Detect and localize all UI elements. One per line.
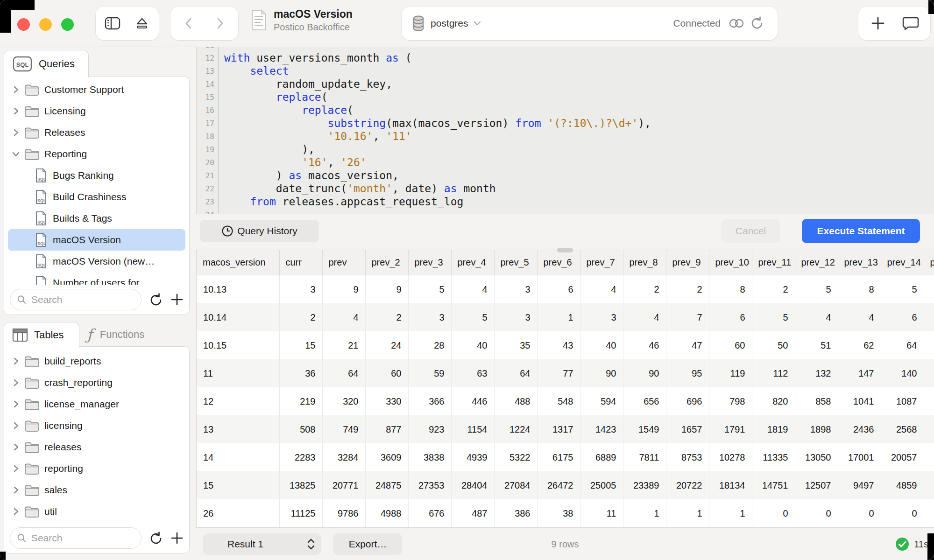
cell[interactable]: 749 <box>322 415 365 443</box>
cell[interactable]: 11 <box>197 359 279 387</box>
cell[interactable]: 2 <box>365 303 408 331</box>
cell[interactable]: 12 <box>197 387 279 415</box>
cell[interactable]: 3284 <box>322 443 365 471</box>
cell[interactable]: 77 <box>537 359 580 387</box>
query-item-licensing[interactable]: Licensing <box>8 100 185 122</box>
cell[interactable]: 446 <box>451 387 494 415</box>
cell[interactable]: 40 <box>451 331 494 359</box>
chevron-down-icon[interactable] <box>12 151 20 157</box>
cell[interactable]: 6 <box>709 303 752 331</box>
chevron-right-icon[interactable] <box>13 507 19 516</box>
cell[interactable]: 4988 <box>365 499 408 527</box>
cell[interactable]: 95 <box>666 359 709 387</box>
cell[interactable]: 15 <box>279 331 322 359</box>
tab-tables[interactable]: Tables <box>4 322 79 348</box>
cell[interactable]: 2 <box>623 275 666 304</box>
schema-item-license-manager[interactable]: license_manager <box>8 393 185 415</box>
cell[interactable]: 26 <box>197 499 279 527</box>
cell[interactable]: 23389 <box>623 471 666 499</box>
schema-item-sales[interactable]: sales <box>8 479 185 501</box>
cell[interactable]: 12507 <box>795 471 838 499</box>
cell[interactable]: 9497 <box>838 471 881 499</box>
cell[interactable]: 548 <box>537 387 580 415</box>
cell[interactable]: 330 <box>365 387 408 415</box>
cell[interactable]: 112 <box>752 359 795 387</box>
cell[interactable]: 0 <box>752 499 795 527</box>
cell[interactable]: 7 <box>666 303 709 331</box>
cell[interactable]: 26472 <box>537 471 580 499</box>
cell[interactable]: 1 <box>537 303 580 331</box>
chevron-right-icon[interactable] <box>13 443 19 451</box>
column-header-curr[interactable]: curr <box>279 250 322 275</box>
cell[interactable]: 1791 <box>709 415 752 443</box>
cell[interactable]: 4 <box>838 303 881 331</box>
chevron-down-icon[interactable] <box>473 20 481 27</box>
cell[interactable]: 1041 <box>838 387 881 415</box>
cell[interactable]: 2 <box>666 275 709 304</box>
cancel-button[interactable]: Cancel <box>722 219 780 243</box>
column-header-prev_10[interactable]: prev_10 <box>709 250 752 275</box>
cell[interactable]: 27353 <box>408 471 451 499</box>
cell[interactable]: 60 <box>365 359 408 387</box>
cell[interactable]: 147 <box>838 359 881 387</box>
queries-search-field[interactable] <box>10 289 142 310</box>
cell[interactable]: 64 <box>494 359 537 387</box>
cell[interactable]: 0 <box>838 499 881 527</box>
cell[interactable]: 62 <box>838 331 881 359</box>
chevron-right-icon[interactable] <box>13 378 19 387</box>
cell[interactable]: 24875 <box>365 471 408 499</box>
disconnect-button[interactable] <box>129 9 155 37</box>
cell[interactable]: 36 <box>279 359 322 387</box>
cell[interactable]: 219 <box>279 387 322 415</box>
cell[interactable]: 10.13 <box>197 275 279 304</box>
cell[interactable]: 51 <box>795 331 838 359</box>
cell[interactable]: 60 <box>709 331 752 359</box>
cell[interactable]: 40 <box>580 331 623 359</box>
schema-item-reporting[interactable]: reporting <box>8 458 185 479</box>
column-header-prev_14[interactable]: prev_14 <box>881 250 924 275</box>
cell[interactable]: 488 <box>494 387 537 415</box>
cell[interactable]: 1657 <box>666 415 709 443</box>
cell[interactable]: 21 <box>322 331 365 359</box>
cell[interactable]: 25005 <box>580 471 623 499</box>
cell[interactable]: 923 <box>408 415 451 443</box>
cell[interactable]: 1 <box>623 499 666 527</box>
cell[interactable]: 2 <box>752 275 795 304</box>
cell[interactable]: 798 <box>709 387 752 415</box>
query-item-macos-version-new[interactable]: SQLmacOS Version (new… <box>8 251 185 272</box>
query-history-button[interactable]: Query History <box>200 220 319 242</box>
column-header-prev_7[interactable]: prev_7 <box>580 250 623 275</box>
cell[interactable]: 3609 <box>365 443 408 471</box>
cell[interactable]: 4 <box>623 303 666 331</box>
cell[interactable]: 11125 <box>279 499 322 527</box>
forward-button[interactable] <box>207 9 233 37</box>
queries-refresh-button[interactable] <box>149 292 163 307</box>
cell[interactable]: 7811 <box>623 443 666 471</box>
cell[interactable]: 20722 <box>666 471 709 499</box>
cell[interactable]: 594 <box>580 387 623 415</box>
schema-item-releases[interactable]: releases <box>8 436 185 458</box>
cell[interactable]: 4 <box>322 303 365 331</box>
query-item-builds-tags[interactable]: SQLBuilds & Tags <box>8 208 185 229</box>
cell[interactable]: 59 <box>408 359 451 387</box>
tab-functions[interactable]: ƒ Functions <box>78 322 172 347</box>
queries-add-button[interactable] <box>170 293 184 306</box>
cell[interactable]: 1898 <box>795 415 838 443</box>
cell[interactable]: 1 <box>709 499 752 527</box>
cell[interactable]: 3 <box>580 303 623 331</box>
column-header-prev_12[interactable]: prev_12 <box>795 250 838 275</box>
cell[interactable]: 6 <box>537 275 580 304</box>
cell[interactable]: 140 <box>881 359 924 387</box>
cell[interactable]: 1549 <box>623 415 666 443</box>
cell[interactable]: 90 <box>623 359 666 387</box>
cell[interactable]: 1154 <box>451 415 494 443</box>
cell[interactable]: 64 <box>881 331 924 359</box>
column-header-prev_13[interactable]: prev_13 <box>838 250 881 275</box>
close-window-button[interactable] <box>17 18 30 31</box>
cell[interactable]: 10278 <box>709 443 752 471</box>
execute-statement-button[interactable]: Execute Statement <box>802 219 920 243</box>
cell[interactable]: 3 <box>408 303 451 331</box>
cell[interactable]: 20057 <box>881 443 924 471</box>
cell[interactable]: 0 <box>795 499 838 527</box>
cell[interactable]: 4859 <box>881 471 924 499</box>
